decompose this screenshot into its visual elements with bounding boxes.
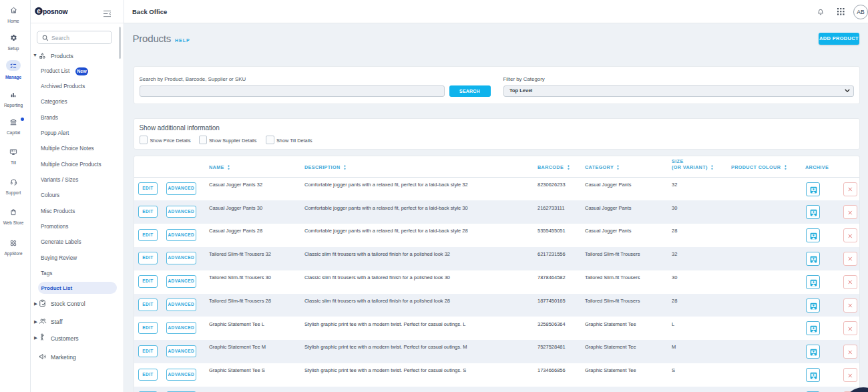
svg-text:posnow: posnow <box>43 8 67 15</box>
svg-text:e: e <box>37 7 41 15</box>
